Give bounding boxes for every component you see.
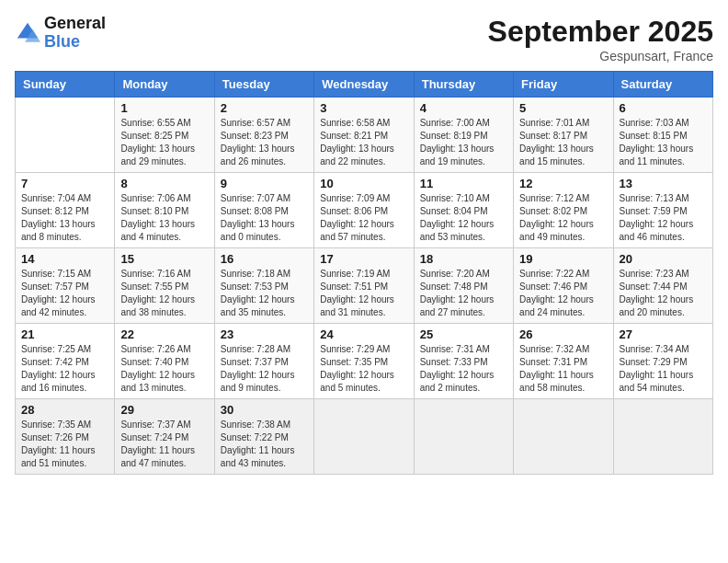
weekday-header: Saturday bbox=[613, 72, 712, 98]
day-number: 3 bbox=[320, 101, 407, 115]
calendar-cell: 2Sunrise: 6:57 AMSunset: 8:23 PMDaylight… bbox=[214, 98, 313, 173]
calendar-cell: 13Sunrise: 7:13 AMSunset: 7:59 PMDayligh… bbox=[613, 173, 712, 248]
calendar-cell: 12Sunrise: 7:12 AMSunset: 8:02 PMDayligh… bbox=[514, 173, 613, 248]
day-info: Sunrise: 7:38 AMSunset: 7:22 PMDaylight:… bbox=[221, 419, 308, 470]
day-info: Sunrise: 7:01 AMSunset: 8:17 PMDaylight:… bbox=[519, 117, 607, 168]
day-number: 8 bbox=[120, 177, 208, 190]
day-number: 24 bbox=[320, 327, 407, 341]
calendar-cell: 10Sunrise: 7:09 AMSunset: 8:06 PMDayligh… bbox=[314, 173, 414, 248]
day-info: Sunrise: 7:25 AMSunset: 7:42 PMDaylight:… bbox=[21, 343, 108, 395]
weekday-header-row: SundayMondayTuesdayWednesdayThursdayFrid… bbox=[16, 72, 713, 98]
day-info: Sunrise: 7:29 AMSunset: 7:35 PMDaylight:… bbox=[320, 343, 407, 395]
day-number: 14 bbox=[21, 252, 108, 266]
logo-icon bbox=[15, 20, 40, 46]
day-info: Sunrise: 7:07 AMSunset: 8:08 PMDaylight:… bbox=[221, 192, 308, 244]
calendar-cell: 21Sunrise: 7:25 AMSunset: 7:42 PMDayligh… bbox=[16, 324, 115, 399]
day-number: 9 bbox=[221, 177, 308, 190]
day-number: 17 bbox=[320, 252, 407, 266]
month-title: September 2025 bbox=[488, 15, 713, 49]
weekday-header: Monday bbox=[115, 72, 214, 98]
calendar-cell: 27Sunrise: 7:34 AMSunset: 7:29 PMDayligh… bbox=[613, 324, 712, 399]
day-number: 1 bbox=[120, 101, 208, 115]
calendar-cell: 19Sunrise: 7:22 AMSunset: 7:46 PMDayligh… bbox=[514, 248, 613, 324]
title-block: September 2025 Gespunsart, France bbox=[488, 15, 713, 63]
day-number: 13 bbox=[620, 177, 707, 190]
calendar-cell: 16Sunrise: 7:18 AMSunset: 7:53 PMDayligh… bbox=[214, 248, 313, 324]
calendar: SundayMondayTuesdayWednesdayThursdayFrid… bbox=[15, 71, 713, 475]
day-info: Sunrise: 7:03 AMSunset: 8:15 PMDaylight:… bbox=[620, 117, 707, 168]
day-number: 5 bbox=[519, 101, 607, 115]
calendar-cell: 20Sunrise: 7:23 AMSunset: 7:44 PMDayligh… bbox=[613, 248, 712, 324]
logo: General Blue bbox=[15, 15, 106, 52]
day-info: Sunrise: 7:32 AMSunset: 7:31 PMDaylight:… bbox=[519, 343, 607, 395]
day-number: 4 bbox=[420, 101, 507, 115]
calendar-cell: 11Sunrise: 7:10 AMSunset: 8:04 PMDayligh… bbox=[414, 173, 513, 248]
day-info: Sunrise: 6:55 AMSunset: 8:25 PMDaylight:… bbox=[120, 117, 208, 168]
day-number: 27 bbox=[620, 327, 707, 341]
location: Gespunsart, France bbox=[488, 49, 713, 63]
day-info: Sunrise: 7:35 AMSunset: 7:26 PMDaylight:… bbox=[21, 419, 108, 470]
logo-text-general: General bbox=[44, 14, 106, 32]
calendar-cell: 24Sunrise: 7:29 AMSunset: 7:35 PMDayligh… bbox=[314, 324, 414, 399]
calendar-cell bbox=[16, 98, 115, 173]
calendar-cell: 30Sunrise: 7:38 AMSunset: 7:22 PMDayligh… bbox=[214, 399, 313, 475]
day-info: Sunrise: 7:09 AMSunset: 8:06 PMDaylight:… bbox=[320, 192, 407, 244]
calendar-cell: 8Sunrise: 7:06 AMSunset: 8:10 PMDaylight… bbox=[115, 173, 214, 248]
calendar-cell: 3Sunrise: 6:58 AMSunset: 8:21 PMDaylight… bbox=[314, 98, 414, 173]
weekday-header: Sunday bbox=[16, 72, 115, 98]
day-number: 21 bbox=[21, 327, 108, 341]
day-info: Sunrise: 7:20 AMSunset: 7:48 PMDaylight:… bbox=[420, 268, 507, 319]
day-number: 29 bbox=[120, 403, 208, 417]
day-number: 6 bbox=[620, 101, 707, 115]
calendar-cell: 17Sunrise: 7:19 AMSunset: 7:51 PMDayligh… bbox=[314, 248, 414, 324]
day-info: Sunrise: 7:34 AMSunset: 7:29 PMDaylight:… bbox=[620, 343, 707, 395]
day-info: Sunrise: 7:22 AMSunset: 7:46 PMDaylight:… bbox=[519, 268, 607, 319]
logo-text-blue: Blue bbox=[44, 32, 80, 51]
weekday-header: Wednesday bbox=[314, 72, 414, 98]
day-number: 15 bbox=[120, 252, 208, 266]
day-number: 2 bbox=[221, 101, 308, 115]
calendar-cell: 25Sunrise: 7:31 AMSunset: 7:33 PMDayligh… bbox=[414, 324, 513, 399]
day-info: Sunrise: 7:26 AMSunset: 7:40 PMDaylight:… bbox=[120, 343, 208, 395]
calendar-cell bbox=[613, 399, 712, 475]
day-number: 28 bbox=[21, 403, 108, 417]
day-info: Sunrise: 7:15 AMSunset: 7:57 PMDaylight:… bbox=[21, 268, 108, 319]
day-info: Sunrise: 7:10 AMSunset: 8:04 PMDaylight:… bbox=[420, 192, 507, 244]
calendar-cell: 28Sunrise: 7:35 AMSunset: 7:26 PMDayligh… bbox=[16, 399, 115, 475]
day-info: Sunrise: 7:00 AMSunset: 8:19 PMDaylight:… bbox=[420, 117, 507, 168]
day-number: 7 bbox=[21, 177, 108, 190]
page-header: General Blue September 2025 Gespunsart, … bbox=[15, 15, 713, 63]
calendar-cell: 15Sunrise: 7:16 AMSunset: 7:55 PMDayligh… bbox=[115, 248, 214, 324]
day-info: Sunrise: 7:28 AMSunset: 7:37 PMDaylight:… bbox=[221, 343, 308, 395]
day-number: 10 bbox=[320, 177, 407, 190]
day-info: Sunrise: 7:16 AMSunset: 7:55 PMDaylight:… bbox=[120, 268, 208, 319]
day-number: 23 bbox=[221, 327, 308, 341]
calendar-cell: 29Sunrise: 7:37 AMSunset: 7:24 PMDayligh… bbox=[115, 399, 214, 475]
calendar-cell: 9Sunrise: 7:07 AMSunset: 8:08 PMDaylight… bbox=[214, 173, 313, 248]
calendar-cell: 22Sunrise: 7:26 AMSunset: 7:40 PMDayligh… bbox=[115, 324, 214, 399]
weekday-header: Tuesday bbox=[214, 72, 313, 98]
calendar-cell: 4Sunrise: 7:00 AMSunset: 8:19 PMDaylight… bbox=[414, 98, 513, 173]
day-info: Sunrise: 7:31 AMSunset: 7:33 PMDaylight:… bbox=[420, 343, 507, 395]
calendar-cell: 14Sunrise: 7:15 AMSunset: 7:57 PMDayligh… bbox=[16, 248, 115, 324]
day-info: Sunrise: 7:18 AMSunset: 7:53 PMDaylight:… bbox=[221, 268, 308, 319]
day-number: 20 bbox=[620, 252, 707, 266]
day-info: Sunrise: 7:37 AMSunset: 7:24 PMDaylight:… bbox=[120, 419, 208, 470]
day-info: Sunrise: 7:12 AMSunset: 8:02 PMDaylight:… bbox=[519, 192, 607, 244]
day-number: 16 bbox=[221, 252, 308, 266]
calendar-cell bbox=[514, 399, 613, 475]
day-number: 18 bbox=[420, 252, 507, 266]
calendar-cell: 18Sunrise: 7:20 AMSunset: 7:48 PMDayligh… bbox=[414, 248, 513, 324]
day-info: Sunrise: 7:19 AMSunset: 7:51 PMDaylight:… bbox=[320, 268, 407, 319]
day-info: Sunrise: 7:06 AMSunset: 8:10 PMDaylight:… bbox=[120, 192, 208, 244]
day-number: 11 bbox=[420, 177, 507, 190]
calendar-cell: 1Sunrise: 6:55 AMSunset: 8:25 PMDaylight… bbox=[115, 98, 214, 173]
day-info: Sunrise: 7:04 AMSunset: 8:12 PMDaylight:… bbox=[21, 192, 108, 244]
calendar-cell bbox=[414, 399, 513, 475]
calendar-cell bbox=[314, 399, 414, 475]
day-number: 30 bbox=[221, 403, 308, 417]
calendar-cell: 23Sunrise: 7:28 AMSunset: 7:37 PMDayligh… bbox=[214, 324, 313, 399]
day-number: 26 bbox=[519, 327, 607, 341]
day-number: 19 bbox=[519, 252, 607, 266]
day-info: Sunrise: 7:23 AMSunset: 7:44 PMDaylight:… bbox=[620, 268, 707, 319]
